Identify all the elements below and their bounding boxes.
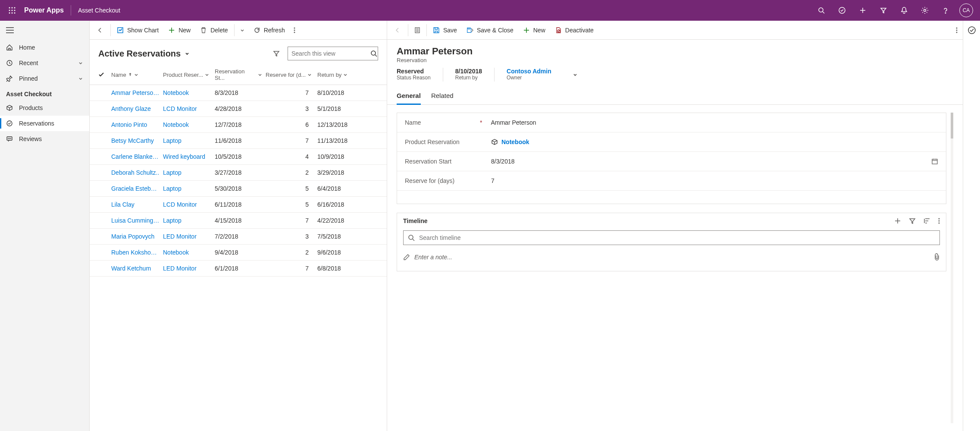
filter-button[interactable]	[269, 47, 283, 60]
table-row[interactable]: Ward KetchumLED Monitor6/1/201876/8/2018	[90, 261, 387, 277]
delete-button[interactable]: Delete	[196, 22, 232, 39]
cell-name-link[interactable]: Antonio Pinto	[111, 121, 163, 128]
cell-name-link[interactable]: Graciela Esteban..	[111, 185, 163, 192]
cell-name-link[interactable]: Maria Popovych	[111, 233, 163, 240]
field-name[interactable]: Name * Ammar Peterson	[397, 113, 946, 132]
refresh-button[interactable]: Refresh	[249, 22, 289, 39]
delete-dropdown[interactable]	[236, 22, 248, 39]
cell-product-link[interactable]: LCD Monitor	[163, 201, 215, 208]
app-breadcrumb[interactable]: Asset Checkout	[71, 7, 127, 14]
header-field-status[interactable]: Reserved Status Reason	[397, 68, 431, 81]
cell-product-link[interactable]: Wired keyboard	[163, 153, 215, 160]
app-name[interactable]: Power Apps	[21, 6, 71, 14]
timeline-search-input[interactable]	[419, 234, 935, 241]
table-row[interactable]: Lila ClayLCD Monitor6/11/201856/16/2018	[90, 197, 387, 213]
timeline-note-input[interactable]: Enter a note...	[403, 249, 940, 265]
filter-icon[interactable]	[873, 0, 894, 21]
cell-product-link[interactable]: Notebook	[163, 249, 215, 256]
col-header-return[interactable]: Return by	[317, 68, 369, 81]
table-row[interactable]: Graciela Esteban..Laptop5/30/201856/4/20…	[90, 181, 387, 197]
header-expand-button[interactable]	[572, 72, 578, 78]
cell-name-link[interactable]: Luisa Cummings..	[111, 217, 163, 224]
cell-name-link[interactable]: Ward Ketchum	[111, 265, 163, 272]
save-button[interactable]: Save	[429, 22, 461, 39]
form-new-button[interactable]: New	[519, 22, 550, 39]
nav-home[interactable]: Home	[0, 40, 89, 55]
calendar-icon[interactable]	[931, 158, 938, 165]
timeline-filter-button[interactable]	[909, 217, 916, 224]
product-lookup-link[interactable]: Notebook	[501, 138, 529, 145]
nav-collapse-button[interactable]	[0, 21, 89, 40]
cell-name-link[interactable]: Anthony Glaze	[111, 105, 163, 112]
cell-product-link[interactable]: Laptop	[163, 169, 215, 176]
search-input[interactable]	[291, 50, 367, 57]
table-row[interactable]: Carlene BlankenshWired keyboard10/5/2018…	[90, 149, 387, 165]
timeline-more-button[interactable]	[938, 217, 940, 224]
nav-recent[interactable]: Recent	[0, 55, 89, 71]
table-row[interactable]: Ammar Peterson..Notebook8/3/201878/10/20…	[90, 85, 387, 101]
cell-name-link[interactable]: Lila Clay	[111, 201, 163, 208]
form-mode-button[interactable]	[410, 22, 425, 39]
table-row[interactable]: Antonio PintoNotebook12/7/2018612/13/201…	[90, 117, 387, 133]
search-view[interactable]	[288, 47, 378, 60]
cell-name-link[interactable]: Deborah Schultz..	[111, 169, 163, 176]
view-selector[interactable]: Active Reservations	[98, 49, 190, 59]
timeline-add-button[interactable]	[894, 217, 901, 224]
form-scrollbar[interactable]	[951, 113, 953, 423]
nav-reservations[interactable]: Reservations	[0, 116, 89, 131]
deactivate-button[interactable]: Deactivate	[551, 22, 598, 39]
task-icon[interactable]	[832, 0, 852, 21]
timeline-search[interactable]	[403, 230, 940, 245]
settings-icon[interactable]	[914, 0, 935, 21]
field-reservation-start[interactable]: Reservation Start 8/3/2018	[397, 152, 946, 171]
col-header-days[interactable]: Reserve for (d...	[266, 68, 317, 81]
tab-general[interactable]: General	[397, 92, 421, 105]
search-icon[interactable]	[811, 0, 832, 21]
field-reserve-days[interactable]: Reserve for (days) 7	[397, 171, 946, 191]
table-row[interactable]: Luisa Cummings..Laptop4/15/201874/22/201…	[90, 213, 387, 229]
add-icon[interactable]	[852, 0, 873, 21]
nav-reviews[interactable]: Reviews	[0, 131, 89, 147]
col-header-product[interactable]: Product Reser...	[163, 68, 215, 81]
cell-product-link[interactable]: Notebook	[163, 121, 215, 128]
show-chart-button[interactable]: Show Chart	[113, 22, 163, 39]
cell-name-link[interactable]: Ruben Kokshoorn	[111, 249, 163, 256]
table-row[interactable]: Anthony GlazeLCD Monitor4/28/201835/1/20…	[90, 101, 387, 117]
table-row[interactable]: Ruben KokshoornNotebook9/4/201829/6/2018	[90, 245, 387, 261]
app-launcher-icon[interactable]	[3, 2, 21, 19]
grid-body[interactable]: Ammar Peterson..Notebook8/3/201878/10/20…	[90, 85, 387, 431]
attach-icon[interactable]	[934, 253, 940, 261]
notification-icon[interactable]	[894, 0, 914, 21]
cell-product-link[interactable]: LED Monitor	[163, 233, 215, 240]
table-row[interactable]: Deborah Schultz..Laptop3/27/201823/29/20…	[90, 165, 387, 181]
cell-product-link[interactable]: Laptop	[163, 185, 215, 192]
tab-related[interactable]: Related	[431, 92, 454, 104]
cell-name-link[interactable]: Carlene Blankensh	[111, 153, 163, 160]
header-field-owner[interactable]: Contoso Admin Owner	[507, 68, 551, 81]
col-header-name[interactable]: Name	[111, 68, 163, 81]
save-close-button[interactable]: Save & Close	[462, 22, 518, 39]
table-row[interactable]: Maria PopovychLED Monitor7/2/201837/5/20…	[90, 229, 387, 245]
form-back-button[interactable]	[389, 22, 406, 39]
back-button[interactable]	[91, 22, 109, 39]
select-all-checkbox[interactable]	[98, 68, 111, 81]
header-field-returnby[interactable]: 8/10/2018 Return by	[455, 68, 482, 81]
nav-pinned[interactable]: Pinned	[0, 71, 89, 86]
cell-product-link[interactable]: Notebook	[163, 89, 215, 96]
user-avatar[interactable]: CA	[959, 3, 973, 17]
cell-product-link[interactable]: Laptop	[163, 137, 215, 144]
form-more-commands[interactable]	[952, 22, 961, 39]
help-icon[interactable]	[935, 0, 956, 21]
cell-product-link[interactable]: Laptop	[163, 217, 215, 224]
cell-product-link[interactable]: LED Monitor	[163, 265, 215, 272]
field-product-reservation[interactable]: Product Reservation Notebook	[397, 132, 946, 152]
cell-product-link[interactable]: LCD Monitor	[163, 105, 215, 112]
cell-name-link[interactable]: Betsy McCarthy	[111, 137, 163, 144]
table-row[interactable]: Betsy McCarthyLaptop11/6/2018711/13/2018	[90, 133, 387, 149]
new-button[interactable]: New	[164, 22, 195, 39]
col-header-start[interactable]: Reservation St...	[215, 68, 266, 81]
nav-products[interactable]: Products	[0, 100, 89, 116]
more-commands[interactable]	[290, 22, 299, 39]
timeline-sort-button[interactable]	[924, 217, 930, 224]
cell-name-link[interactable]: Ammar Peterson..	[111, 89, 163, 96]
